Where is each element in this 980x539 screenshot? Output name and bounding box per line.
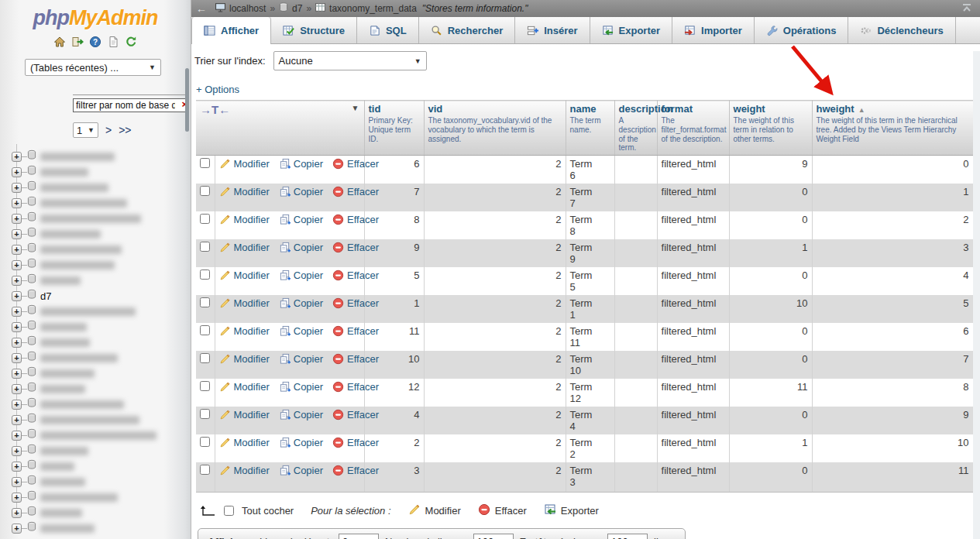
copy-link[interactable]: Copier [294,465,323,476]
tab-exporter[interactable]: Exporter [590,17,672,43]
delete-link[interactable]: Effacer [347,242,379,253]
db-filter-input[interactable] [73,98,187,112]
delete-link[interactable]: Effacer [347,353,379,365]
tree-item-blurred[interactable]: + [0,489,191,505]
delete-link[interactable]: Effacer [347,381,379,393]
tree-item-blurred[interactable]: + [0,458,191,474]
expand-icon[interactable]: + [12,400,22,410]
home-icon[interactable] [53,36,66,51]
selected-edit-button[interactable]: Modifier [408,503,461,518]
delete-link[interactable]: Effacer [347,465,379,476]
edit-link[interactable]: Modifier [234,465,270,476]
row-checkbox[interactable] [200,325,210,335]
delete-link[interactable]: Effacer [347,186,379,197]
expand-icon[interactable]: + [12,245,22,255]
tree-item-blurred[interactable]: + [0,273,191,288]
edit-link[interactable]: Modifier [234,214,270,225]
expand-icon[interactable]: + [12,307,22,317]
tree-item-blurred[interactable]: + [0,412,191,427]
delete-link[interactable]: Effacer [347,437,379,448]
row-checkbox[interactable] [200,353,210,363]
headers-every-input[interactable] [607,534,648,539]
next-page-link[interactable]: > [105,124,112,136]
row-checkbox[interactable] [200,242,210,252]
options-toggle-link[interactable]: + Options [196,84,239,95]
help-icon[interactable]: ? [89,36,101,51]
tab-declencheurs[interactable]: Déclencheurs [848,17,955,43]
row-checkbox[interactable] [200,186,210,196]
copy-link[interactable]: Copier [294,214,323,225]
expand-icon[interactable]: + [12,493,22,503]
page-select[interactable]: 1▼ [73,122,98,138]
expand-icon[interactable]: + [12,167,22,177]
expand-icon[interactable]: + [12,291,22,301]
tab-structure[interactable]: Structure [271,17,357,43]
delete-link[interactable]: Effacer [347,325,379,337]
edit-link[interactable]: Modifier [234,353,270,365]
copy-link[interactable]: Copier [294,270,323,281]
expand-icon[interactable]: + [12,276,22,286]
tree-item-blurred[interactable]: + [0,335,191,350]
edit-link[interactable]: Modifier [234,242,270,253]
expand-icon[interactable]: + [12,446,22,456]
tab-rechercher[interactable]: Rechercher [419,17,516,43]
row-checkbox[interactable] [200,297,210,307]
expand-icon[interactable]: + [12,415,22,425]
tree-item-blurred[interactable]: + [0,149,191,164]
refresh-icon[interactable] [125,36,137,51]
sort-link-vid[interactable]: vid [428,103,443,115]
breadcrumb-database[interactable]: d7 [292,3,302,14]
selected-delete-button[interactable]: Effacer [478,503,527,518]
recent-tables-select[interactable]: (Tables récentes) ...▼ [25,59,161,76]
expand-icon[interactable]: + [12,260,22,270]
expand-icon[interactable]: + [12,384,22,394]
tree-item-blurred[interactable]: + [0,397,191,412]
edit-link[interactable]: Modifier [234,437,270,448]
tree-item-blurred[interactable]: + [0,180,191,195]
tree-item-blurred[interactable]: + [0,474,191,489]
expand-icon[interactable]: + [12,322,22,332]
tree-item-blurred[interactable]: + [0,505,191,520]
expand-icon[interactable]: + [12,198,22,208]
edit-link[interactable]: Modifier [234,381,270,393]
last-page-link[interactable]: >> [119,124,131,136]
tree-item-blurred[interactable]: + [0,319,191,335]
tree-item-blurred[interactable]: + [0,304,191,319]
edit-link[interactable]: Modifier [234,270,270,281]
tree-item-blurred[interactable]: + [0,350,191,366]
sort-link-format[interactable]: format [662,103,693,115]
tab-sql[interactable]: SQL [357,17,419,43]
sidebar-scrollbar[interactable] [185,68,189,132]
expand-icon[interactable]: + [12,183,22,193]
tree-item-d7[interactable]: +d7 [0,288,191,304]
row-count-input[interactable] [473,534,514,539]
expand-icon[interactable]: + [12,462,22,472]
edit-link[interactable]: Modifier [234,186,270,197]
row-checkbox[interactable] [200,409,210,419]
tree-item-blurred[interactable]: + [0,211,191,226]
tab-operations[interactable]: Opérations [755,17,849,43]
copy-link[interactable]: Copier [294,437,323,448]
check-all-checkbox[interactable] [224,506,234,516]
tree-item-blurred[interactable]: + [0,520,191,536]
expand-icon[interactable]: + [12,431,22,441]
options-dropdown-icon[interactable]: ▼ [352,104,359,112]
delete-link[interactable]: Effacer [347,297,379,309]
tab-importer[interactable]: Importer [672,17,755,43]
sort-link-name[interactable]: name [570,103,597,115]
copy-link[interactable]: Copier [294,353,323,365]
tree-item-blurred[interactable]: + [0,226,191,242]
edit-link[interactable]: Modifier [234,325,270,337]
toggle-all-columns-icon[interactable]: →T← [200,103,230,116]
row-checkbox[interactable] [200,158,210,168]
expand-icon[interactable]: + [12,214,22,224]
copy-link[interactable]: Copier [294,297,323,309]
tab-afficher[interactable]: Afficher [191,17,271,44]
check-all-control[interactable]: Tout cocher [224,505,294,517]
logout-icon[interactable] [71,36,84,51]
expand-icon[interactable]: + [12,477,22,487]
edit-link[interactable]: Modifier [234,158,270,170]
sort-link-weight[interactable]: weight [734,103,765,115]
row-checkbox[interactable] [200,381,210,391]
sort-link-tid[interactable]: tid [369,103,381,115]
